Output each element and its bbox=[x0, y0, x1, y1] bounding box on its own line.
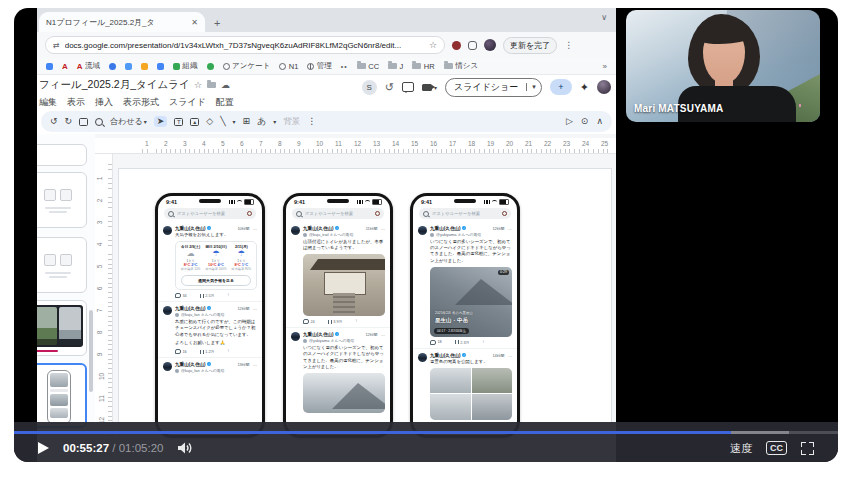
extension-icon[interactable] bbox=[452, 41, 461, 50]
ruler-number: 2 bbox=[96, 199, 103, 203]
line-icon[interactable]: ╲ bbox=[220, 117, 225, 126]
bookmark-item[interactable]: アンケート bbox=[223, 61, 271, 71]
comments-icon[interactable] bbox=[402, 82, 414, 92]
laser-pointer-icon[interactable]: ▷ bbox=[566, 117, 573, 126]
bookmark-item[interactable]: J bbox=[388, 62, 403, 71]
bookmark-item[interactable] bbox=[46, 63, 53, 70]
slideshow-button[interactable]: スライドショー ▾ bbox=[445, 78, 542, 97]
bookmark-item[interactable]: N1 bbox=[279, 62, 298, 71]
insert-image-icon[interactable]: ▴ bbox=[190, 118, 199, 126]
share-button[interactable]: + bbox=[550, 79, 572, 95]
menu-item-配置[interactable]: 配置 bbox=[216, 96, 234, 109]
bookmark-favicon-folder-icon bbox=[412, 63, 421, 70]
slide-thumbnail-5-selected[interactable] bbox=[37, 363, 87, 428]
tab-close-icon[interactable]: ✕ bbox=[191, 18, 198, 27]
speed-button[interactable]: 速度 bbox=[730, 441, 752, 456]
bookmark-item[interactable]: A bbox=[62, 62, 68, 71]
membership-badge[interactable]: S bbox=[362, 80, 377, 95]
format-dropdown-icon[interactable]: ▾ bbox=[273, 118, 276, 125]
undo-icon[interactable]: ↺ bbox=[50, 117, 58, 126]
cc-button[interactable]: CC bbox=[766, 441, 787, 455]
precip-prob: 降水確率 100% bbox=[203, 267, 228, 271]
star-doc-icon[interactable]: ☆ bbox=[194, 80, 202, 90]
version-history-icon[interactable]: ↺ bbox=[385, 81, 394, 94]
zoom-icon[interactable] bbox=[95, 118, 103, 126]
slide-thumbnail-3[interactable] bbox=[37, 237, 87, 293]
new-tab-button[interactable]: + bbox=[214, 17, 220, 29]
browser-menu-icon[interactable]: ⋮ bbox=[564, 40, 573, 50]
browser-tab[interactable]: N1プロフィール_2025.2月_タ ✕ bbox=[39, 12, 205, 32]
slide-thumbnail-4[interactable] bbox=[37, 300, 87, 356]
chrome-update-button[interactable]: 更新を完了 bbox=[503, 37, 557, 54]
background-button[interactable]: 背景 bbox=[283, 116, 300, 128]
reply-icon bbox=[175, 349, 181, 355]
search-bar: ポストやユーザーを検索 bbox=[419, 208, 511, 219]
present-icon[interactable]: ⊙ bbox=[581, 117, 589, 126]
post-author: 九重山(久住山) bbox=[175, 362, 206, 367]
bookmark-item[interactable] bbox=[207, 63, 214, 70]
toolbar-more-icon[interactable]: ⋮ bbox=[307, 117, 316, 126]
slide-thumbnail-2[interactable] bbox=[37, 172, 87, 228]
share-url-icon[interactable]: ⇄ bbox=[53, 41, 60, 50]
move-folder-icon[interactable] bbox=[207, 82, 216, 89]
phone-mockup-2[interactable]: 9:41 ポストやユーザーを検索 九重山(久住山) ✓ 11時間 … @kuj bbox=[283, 193, 393, 438]
omnibox[interactable]: ⇄ docs.google.com/presentation/d/1v34xLW… bbox=[45, 36, 445, 54]
bookmark-item[interactable] bbox=[157, 63, 164, 70]
post-time: 12時間 bbox=[492, 226, 504, 231]
post: 九重山(久住山) ✓ 11時間 … @kuju_trail さんへの返信 山頂付… bbox=[286, 222, 390, 328]
print-icon[interactable] bbox=[79, 118, 88, 126]
phone-mockup-1[interactable]: 9:41 ポストやユーザーを検索 九重山(久住山) ✓ 10時間 … 天気予報 bbox=[155, 193, 265, 438]
bookmarks-overflow-icon[interactable]: » bbox=[603, 62, 607, 71]
browser-profile-avatar[interactable] bbox=[484, 39, 496, 51]
text-format-icon[interactable]: あ bbox=[257, 117, 266, 126]
gemini-sparkle-icon[interactable]: ✦ bbox=[580, 81, 589, 94]
phone-mockup-3[interactable]: 9:41 ポストやユーザーを検索 九重山(久住山) ✓ 12時間 … @yuk bbox=[410, 193, 520, 438]
post-author: 九重山(久住山) bbox=[175, 306, 206, 311]
redo-icon[interactable]: ↻ bbox=[65, 117, 73, 126]
bookmark-item[interactable]: HR bbox=[412, 62, 434, 71]
bookmark-item[interactable]: 管理 bbox=[307, 61, 332, 71]
menu-item-挿入[interactable]: 挿入 bbox=[95, 96, 113, 109]
post-photo-snow bbox=[303, 373, 385, 413]
cloud-status-icon: ☁ bbox=[221, 80, 230, 90]
doc-title[interactable]: フィール_2025.2月_タイムライ... bbox=[39, 78, 189, 92]
volume-icon[interactable] bbox=[177, 441, 193, 455]
menu-item-表示形式[interactable]: 表示形式 bbox=[123, 96, 159, 109]
bookmark-item[interactable]: 情シス bbox=[444, 61, 478, 71]
bookmark-item[interactable] bbox=[125, 63, 132, 70]
fit-zoom-select[interactable]: 合わせる▾ bbox=[110, 116, 147, 127]
weekly-forecast-button: 週間天気予報を見る bbox=[181, 275, 251, 286]
bookmark-item[interactable] bbox=[141, 63, 148, 70]
tab-search-chevron-icon[interactable]: ∨ bbox=[601, 13, 607, 22]
menu-item-編集[interactable]: 編集 bbox=[39, 96, 57, 109]
shape-icon[interactable]: ◇ bbox=[206, 117, 213, 126]
bookmark-favicon-globe-icon bbox=[307, 63, 314, 70]
bookmark-star-icon[interactable]: ☆ bbox=[429, 40, 437, 50]
menu-item-スライド[interactable]: スライド bbox=[169, 96, 206, 109]
meet-camera-icon[interactable]: ▾ bbox=[422, 84, 437, 91]
play-button[interactable] bbox=[38, 442, 49, 454]
collapse-toolbar-icon[interactable]: ∧ bbox=[596, 117, 603, 126]
weather-rain: 1ミリ bbox=[203, 259, 228, 263]
post-menu-icon: … bbox=[253, 226, 257, 231]
reply-avatar bbox=[175, 369, 179, 373]
bookmark-item[interactable]: •• bbox=[341, 63, 348, 70]
bookmark-item[interactable]: CC bbox=[357, 62, 379, 71]
extensions-puzzle-icon[interactable] bbox=[468, 41, 477, 50]
select-cursor-icon[interactable]: ➤ bbox=[154, 116, 168, 127]
bookmark-item[interactable]: A流域 bbox=[77, 61, 100, 71]
line-dropdown-icon[interactable]: ▾ bbox=[233, 118, 236, 125]
ruler-number: 9 bbox=[297, 140, 301, 147]
thumbnail-scrollbar[interactable] bbox=[89, 310, 93, 392]
status-time: 9:41 bbox=[166, 199, 177, 205]
slideshow-dropdown-icon[interactable]: ▾ bbox=[526, 83, 541, 91]
bookmark-item[interactable]: 組織 bbox=[173, 61, 198, 71]
shared-screen-browser: N1プロフィール_2025.2月_タ ✕ + ∨ ⇄ docs.google.c… bbox=[37, 8, 616, 462]
bookmark-item[interactable] bbox=[109, 63, 116, 70]
menu-item-表示[interactable]: 表示 bbox=[67, 96, 85, 109]
insert-comment-icon[interactable]: ⊞ bbox=[243, 117, 251, 126]
slide-thumbnail-1[interactable] bbox=[37, 144, 87, 166]
account-avatar[interactable] bbox=[597, 80, 611, 94]
textbox-icon[interactable]: T bbox=[174, 118, 183, 126]
fullscreen-button[interactable] bbox=[801, 442, 814, 455]
